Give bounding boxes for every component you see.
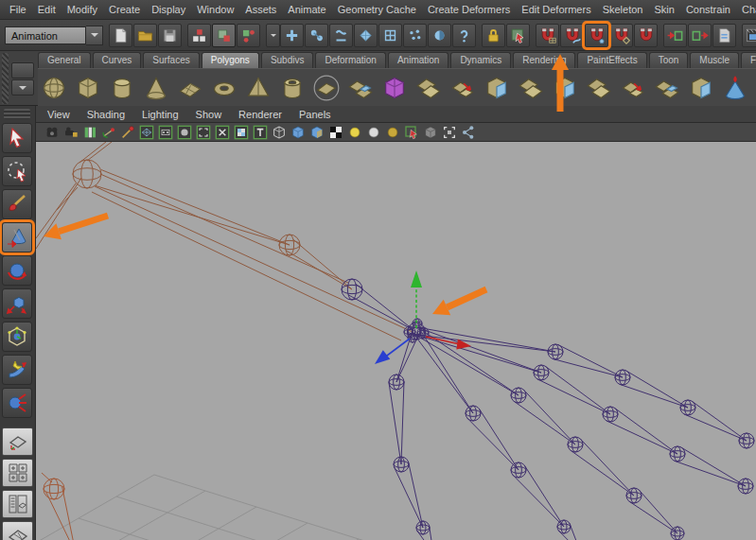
poly-sphere-icon[interactable] [38, 72, 70, 104]
lock-selection-icon[interactable] [482, 24, 505, 47]
panel-menu-item[interactable]: Shading [85, 109, 134, 120]
safe-action-icon[interactable] [233, 124, 250, 141]
menu-item[interactable]: File [4, 0, 32, 19]
shelf-tab[interactable]: Subdivs [261, 52, 314, 68]
panel-menu-item[interactable]: Renderer [237, 109, 291, 120]
frame-selection-icon[interactable] [441, 124, 458, 141]
snap-to-projected-center-icon[interactable] [609, 24, 633, 47]
construction-history-icon[interactable] [712, 24, 736, 47]
film-gate-icon[interactable] [157, 124, 174, 141]
wireframe-mode-icon[interactable] [271, 124, 288, 141]
highlight-selection-icon[interactable] [506, 24, 530, 47]
menu-item[interactable]: Window [191, 0, 239, 19]
move-tool[interactable] [2, 222, 32, 253]
mask-handles-icon[interactable] [280, 24, 304, 47]
poly-cone-icon[interactable] [140, 72, 172, 104]
menu-item[interactable]: Create Deformers [422, 0, 516, 19]
poly-combine-icon[interactable] [344, 72, 377, 104]
poly-cube-icon[interactable] [72, 72, 104, 104]
new-scene-icon[interactable] [109, 24, 132, 47]
viewport-canvas[interactable] [36, 142, 756, 540]
shelf-tab[interactable]: Toon [649, 52, 689, 68]
poly-plane-icon[interactable] [174, 72, 206, 104]
persp-graph-layout-button[interactable] [2, 521, 33, 540]
mask-misc-icon[interactable] [452, 24, 476, 47]
menu-item[interactable]: Skin [648, 0, 679, 19]
poly-smooth-icon[interactable] [413, 72, 445, 104]
default-light-icon[interactable] [384, 124, 401, 141]
menu-item[interactable]: Character [736, 0, 756, 19]
shelf-tab[interactable]: General [38, 52, 91, 68]
shelf-tab[interactable]: Curves [93, 52, 142, 68]
panel-menu-item[interactable]: View [45, 109, 79, 120]
selected-lights-icon[interactable] [365, 124, 382, 141]
shelf-tab[interactable]: Fluids [741, 52, 756, 68]
shelf-tab[interactable]: Deformation [315, 52, 385, 68]
mask-joints-icon[interactable] [305, 24, 328, 47]
shelf-tab[interactable]: Polygons [202, 52, 259, 68]
poly-mirror-icon[interactable] [617, 72, 649, 104]
poly-platonic-solid-icon[interactable] [310, 72, 343, 104]
mask-surfaces-icon[interactable] [354, 24, 378, 47]
use-default-material-icon[interactable] [327, 124, 344, 141]
shaded-mode-icon[interactable] [290, 124, 307, 141]
panel-menu-item[interactable]: Lighting [140, 109, 188, 120]
poly-split-icon[interactable] [515, 72, 547, 104]
subdiv-proxy-icon[interactable] [378, 72, 411, 104]
shelf-tab[interactable]: Surfaces [143, 52, 199, 68]
mask-presets-dropdown[interactable] [266, 24, 280, 47]
histogram-icon[interactable] [81, 124, 98, 141]
poly-pipe-icon[interactable] [276, 72, 308, 104]
snap-to-curves-icon[interactable] [560, 24, 584, 47]
snap-to-grids-icon[interactable] [536, 24, 559, 47]
all-lights-icon[interactable] [346, 124, 363, 141]
menu-item[interactable]: Display [146, 0, 191, 19]
poly-quadrangulate-icon[interactable] [583, 72, 615, 104]
menu-item[interactable]: Assets [239, 0, 282, 19]
make-live-icon[interactable] [634, 24, 658, 47]
mask-dynamics-icon[interactable] [403, 24, 427, 47]
isolate-select-icon[interactable] [422, 124, 439, 141]
poly-bridge-icon[interactable] [685, 72, 717, 104]
scale-tool[interactable] [2, 288, 32, 319]
input-connections-icon[interactable] [663, 24, 687, 47]
mask-deformations-icon[interactable] [378, 24, 402, 47]
poly-triangulate-icon[interactable] [549, 72, 581, 104]
persp-outliner-layout-button[interactable] [2, 490, 33, 518]
menu-item[interactable]: Modify [62, 0, 103, 19]
poly-extract-icon[interactable] [447, 72, 479, 104]
select-by-object-icon[interactable] [212, 24, 236, 47]
single-perspective-layout-button[interactable] [2, 427, 33, 456]
poly-pyramid-icon[interactable] [242, 72, 274, 104]
image-plane-icon[interactable] [100, 124, 117, 141]
shelf-tab[interactable]: Rendering [513, 52, 575, 68]
menu-item[interactable]: Geometry Cache [332, 0, 422, 19]
highlight-select-icon[interactable] [403, 124, 420, 141]
show-manipulator-tool[interactable] [2, 388, 32, 418]
universal-manipulator-tool[interactable] [2, 322, 32, 352]
menuset-dropdown[interactable]: Animation [5, 26, 103, 45]
shelf-tab[interactable]: Animation [388, 52, 448, 68]
save-scene-icon[interactable] [158, 24, 182, 47]
rotate-tool[interactable] [2, 255, 32, 286]
lasso-select-tool[interactable] [2, 156, 32, 186]
paint-selection-tool[interactable] [2, 189, 32, 219]
mask-rendering-icon[interactable] [428, 24, 451, 47]
render-view-icon[interactable] [742, 24, 756, 47]
poly-boolean-icon[interactable] [481, 72, 513, 104]
grease-pencil-icon[interactable] [119, 124, 136, 141]
camera-icon[interactable] [44, 124, 61, 141]
menu-item[interactable]: Create [103, 0, 146, 19]
poly-sculpt-icon[interactable] [719, 72, 751, 104]
output-connections-icon[interactable] [688, 24, 712, 47]
resolution-gate-icon[interactable] [176, 124, 193, 141]
camera-lock-icon[interactable] [62, 124, 79, 141]
panel-menu-item[interactable]: Show [194, 109, 232, 120]
grid-toggle-icon[interactable] [138, 124, 155, 141]
panel-menu-item[interactable]: Panels [297, 109, 341, 120]
menu-item[interactable]: Edit [32, 0, 62, 19]
region-render-icon[interactable] [214, 124, 231, 141]
share-view-icon[interactable] [460, 124, 477, 141]
menu-item[interactable]: Constrain [680, 0, 736, 19]
shelf-tab[interactable]: Muscle [690, 52, 739, 68]
